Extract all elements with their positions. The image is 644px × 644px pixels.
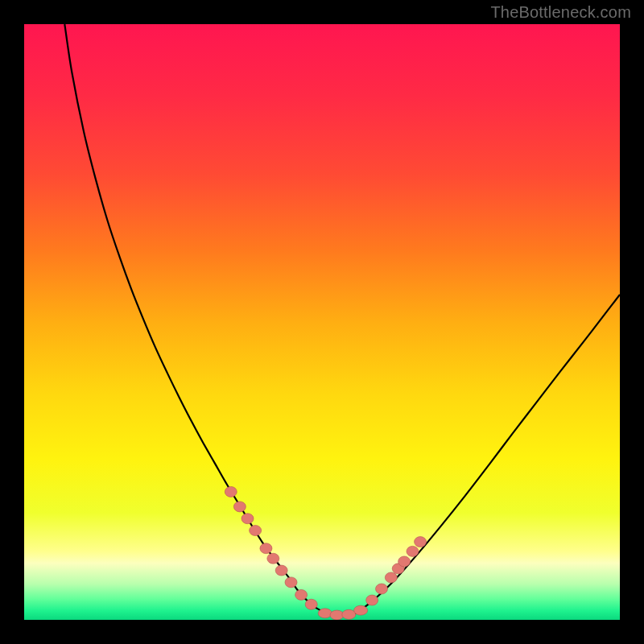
watermark-label: TheBottleneck.com xyxy=(490,3,631,22)
bottleneck-chart xyxy=(0,0,644,644)
data-marker xyxy=(415,537,427,547)
data-marker xyxy=(376,584,388,594)
data-marker xyxy=(242,514,254,524)
data-marker xyxy=(275,565,287,576)
data-marker xyxy=(385,572,397,583)
data-marker xyxy=(407,546,419,556)
data-marker xyxy=(342,609,356,619)
data-marker xyxy=(305,599,317,609)
plot-background xyxy=(24,24,620,620)
data-marker xyxy=(295,589,308,600)
data-marker xyxy=(366,595,378,605)
data-marker xyxy=(250,526,262,536)
data-marker xyxy=(225,486,237,497)
data-marker xyxy=(260,543,272,554)
data-marker xyxy=(267,553,279,564)
data-marker xyxy=(330,610,344,620)
chart-stage: TheBottleneck.com xyxy=(0,0,644,644)
data-marker xyxy=(285,577,297,588)
data-marker xyxy=(318,609,332,618)
data-marker xyxy=(354,605,368,615)
data-marker xyxy=(398,556,411,567)
data-marker xyxy=(233,502,246,512)
